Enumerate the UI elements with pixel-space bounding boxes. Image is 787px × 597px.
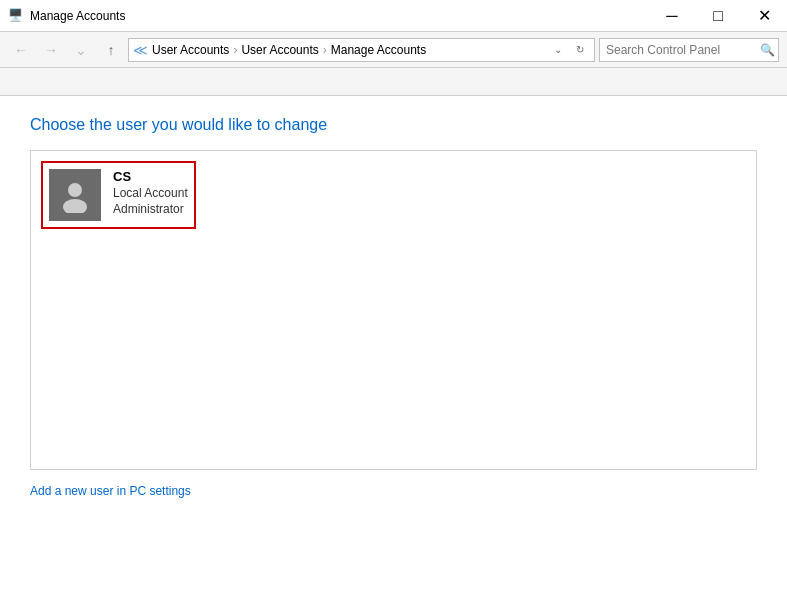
- up-button[interactable]: ↑: [98, 37, 124, 63]
- svg-point-1: [63, 199, 87, 213]
- search-input[interactable]: [606, 43, 756, 57]
- address-expand-button[interactable]: ⌄: [548, 39, 568, 61]
- breadcrumb-user-accounts-2[interactable]: User Accounts: [241, 43, 318, 57]
- page-heading: Choose the user you would like to change: [30, 116, 757, 134]
- nav-bar: ← → ⌄ ↑ ≪ User Accounts › User Accounts …: [0, 32, 787, 68]
- account-info: CS Local Account Administrator: [113, 169, 188, 216]
- main-content: Choose the user you would like to change…: [0, 96, 787, 597]
- title-bar-controls: ─ □ ✕: [649, 0, 787, 32]
- account-role-line2: Administrator: [113, 202, 188, 216]
- maximize-button[interactable]: □: [695, 0, 741, 32]
- recent-button[interactable]: ⌄: [68, 37, 94, 63]
- toolbar: [0, 68, 787, 96]
- breadcrumb-sep-1: ›: [233, 43, 237, 57]
- title-bar: 🖥️ Manage Accounts ─ □ ✕: [0, 0, 787, 32]
- title-bar-left: 🖥️ Manage Accounts: [8, 8, 125, 24]
- address-dropdown: ⌄ ↻: [548, 39, 590, 61]
- window-icon: 🖥️: [8, 8, 24, 24]
- address-bar: ≪ User Accounts › User Accounts › Manage…: [128, 38, 595, 62]
- breadcrumb-user-accounts-1[interactable]: User Accounts: [152, 43, 229, 57]
- avatar: [49, 169, 101, 221]
- address-refresh-button[interactable]: ↻: [570, 39, 590, 61]
- back-button[interactable]: ←: [8, 37, 34, 63]
- account-item-cs[interactable]: CS Local Account Administrator: [41, 161, 196, 229]
- account-name: CS: [113, 169, 188, 184]
- forward-button[interactable]: →: [38, 37, 64, 63]
- close-button[interactable]: ✕: [741, 0, 787, 32]
- add-user-link[interactable]: Add a new user in PC settings: [30, 484, 191, 498]
- account-role-line1: Local Account: [113, 186, 188, 200]
- search-icon[interactable]: 🔍: [760, 43, 775, 57]
- search-bar: 🔍: [599, 38, 779, 62]
- window-title: Manage Accounts: [30, 9, 125, 23]
- breadcrumb-sep-2: ›: [323, 43, 327, 57]
- breadcrumb-manage-accounts: Manage Accounts: [331, 43, 426, 57]
- address-icon: ≪: [133, 42, 148, 58]
- avatar-icon: [57, 177, 93, 213]
- breadcrumb: User Accounts › User Accounts › Manage A…: [152, 43, 426, 57]
- svg-point-0: [68, 183, 82, 197]
- accounts-panel: CS Local Account Administrator: [30, 150, 757, 470]
- minimize-button[interactable]: ─: [649, 0, 695, 32]
